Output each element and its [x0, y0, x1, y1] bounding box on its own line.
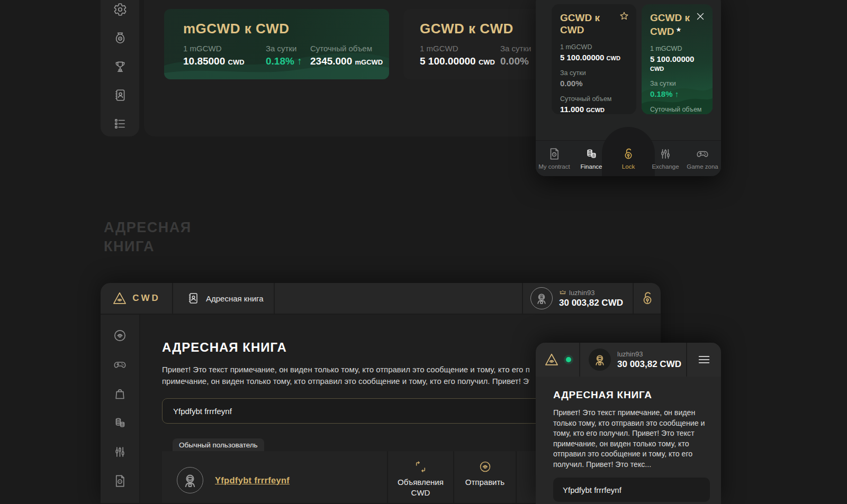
shopping-bag-icon[interactable] — [113, 387, 127, 401]
up-arrow-icon: ↑ — [297, 56, 302, 67]
pair-title: GCWD к CWD — [420, 21, 513, 37]
mobile-address-book-panel: luzhin93 30 003,82 CWD АДРЕСНАЯ КНИГА Пр… — [536, 343, 721, 504]
exchange-sliders-icon[interactable] — [113, 445, 127, 459]
mobile-user-block[interactable]: luzhin93 30 003,82 CWD — [580, 343, 686, 377]
lock-open-icon — [621, 147, 635, 161]
contact-type-tag: Обычный пользователь — [173, 438, 264, 451]
astronaut-avatar — [177, 467, 203, 493]
pyramid-eye-logo-icon — [544, 352, 559, 367]
top-sidebar — [101, 0, 139, 136]
tab-exchange[interactable]: Exchange — [647, 141, 684, 176]
address-book-icon[interactable] — [113, 88, 128, 103]
contract-doc-icon[interactable] — [113, 474, 127, 488]
coins-icon — [584, 147, 598, 161]
exchange-sliders-icon — [659, 147, 672, 161]
send-coin-icon — [479, 460, 492, 473]
mobile-pair-card-favorited[interactable]: GCWD к CWD★ 1 mGCWD 5 100.00000 CWD За с… — [642, 4, 713, 114]
brand-name: CWD — [132, 293, 160, 304]
settings-icon[interactable] — [113, 2, 128, 17]
header-spacer — [275, 283, 522, 314]
gamepad-icon[interactable] — [113, 358, 127, 372]
note-text: Привет! Это текст примечание, он виден т… — [553, 408, 710, 470]
gamepad-icon — [696, 147, 709, 161]
mobile-exchange-panel: GCWD к CWD 1 mGCWD 5 100.00000 CWD За су… — [536, 0, 721, 176]
pair-title: GCWD к CWD★ — [650, 12, 705, 38]
change-label: За сутки — [266, 44, 302, 53]
screen: mGCWD к CWD 1 mGCWD 10.85000 CWD За сутк… — [0, 0, 847, 504]
address-book-icon — [187, 292, 200, 305]
pair-title: GCWD к CWD — [560, 12, 615, 36]
lock-button[interactable] — [634, 283, 661, 314]
lock-open-icon — [639, 290, 655, 306]
contract-doc-icon — [547, 147, 561, 161]
balance: 30 003,82 CWD — [559, 298, 623, 308]
ads-frame-icon — [414, 460, 427, 473]
astronaut-avatar — [530, 287, 553, 309]
price-label: 1 mGCWD — [183, 44, 245, 53]
volume-label: Суточный объем — [310, 44, 383, 53]
mobile-header: luzhin93 30 003,82 CWD — [536, 343, 721, 377]
change-value: 0.00% — [500, 56, 531, 67]
pair-card-mgcwd[interactable]: mGCWD к CWD 1 mGCWD 10.85000 CWD За сутк… — [164, 9, 389, 79]
price-label: 1 mGCWD — [420, 44, 495, 53]
money-bag-icon[interactable] — [113, 31, 128, 45]
webapp-header: CWD Адресная книга luzhin93 30 003,82 CW… — [101, 283, 661, 314]
send-button[interactable]: Отправить — [453, 451, 516, 503]
astronaut-avatar — [589, 349, 611, 371]
webapp-sidebar — [101, 315, 139, 503]
mobile-pair-card[interactable]: GCWD к CWD 1 mGCWD 5 100.00000 CWD За су… — [552, 4, 636, 114]
mobile-tab-bar: My contract Finance Lock Exchange Game z… — [536, 140, 721, 176]
volume-value: 2345.000 mGCWD — [310, 56, 383, 67]
ghost-page-heading: АДРЕСНАЯ КНИГА — [104, 218, 192, 256]
pair-title: mGCWD к CWD — [183, 21, 290, 37]
trophy-icon[interactable] — [113, 59, 128, 74]
nav-label: Адресная книга — [206, 294, 264, 303]
contact-name-link[interactable]: Yfpdfybt frrrfeynf — [215, 475, 290, 485]
hamburger-menu-icon — [697, 352, 711, 367]
price-value: 10.85000 CWD — [183, 56, 245, 67]
note-input[interactable] — [553, 478, 710, 502]
price-value: 5 100.00000 CWD — [420, 56, 495, 67]
change-value: 0.18% ↑ — [266, 56, 302, 67]
tab-game-zona[interactable]: Game zona — [684, 141, 721, 176]
page-title: АДРЕСНАЯ КНИГА — [553, 389, 709, 401]
order-list-icon[interactable] — [113, 116, 128, 131]
username: luzhin93 — [569, 289, 594, 297]
nav-address-book[interactable]: Адресная книга — [173, 283, 274, 314]
brand-logo[interactable]: CWD — [101, 283, 172, 314]
pyramid-eye-logo-icon — [112, 291, 127, 306]
crown-icon — [559, 289, 566, 296]
menu-button[interactable] — [687, 343, 721, 377]
ads-cwd-button[interactable]: ОбъявленияCWD — [387, 451, 453, 503]
online-status-dot — [566, 357, 571, 362]
user-block[interactable]: luzhin93 30 003,82 CWD — [523, 283, 633, 314]
cwd-coin-icon[interactable] — [113, 328, 127, 343]
username: luzhin93 — [617, 350, 681, 358]
tab-my-contract[interactable]: My contract — [536, 141, 573, 176]
mobile-brand-logo[interactable] — [536, 343, 579, 377]
coins-icon[interactable] — [113, 416, 127, 430]
change-label: За сутки — [500, 44, 531, 53]
balance: 30 003,82 CWD — [617, 359, 681, 370]
pair-card-gcwd[interactable]: GCWD к CWD 1 mGCWD 5 100.00000 CWD За су… — [403, 9, 557, 79]
tab-lock[interactable]: Lock — [610, 141, 647, 176]
favorited-star-icon: ★ — [675, 26, 681, 33]
note-text: Привет! Это текст примечание, он виден т… — [162, 364, 529, 387]
favorite-star-icon[interactable] — [618, 11, 630, 22]
up-arrow-icon: ↑ — [675, 89, 679, 98]
